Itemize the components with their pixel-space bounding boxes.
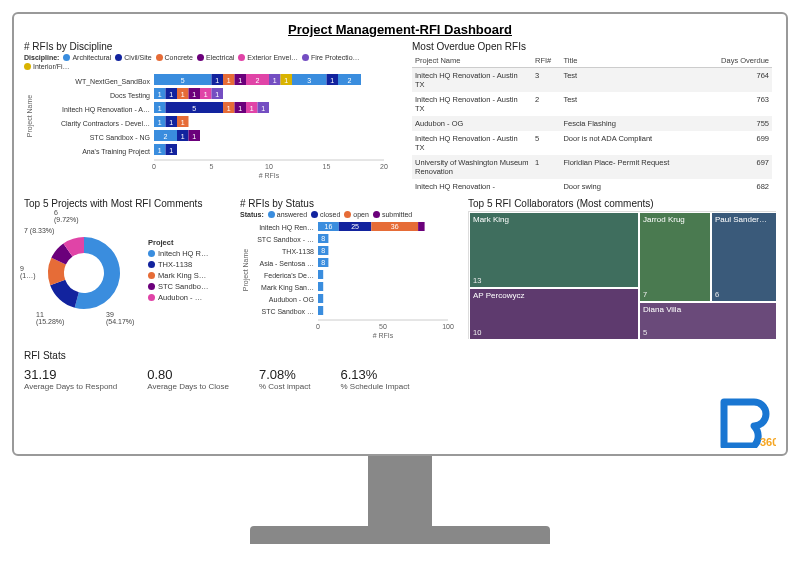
svg-text:25: 25 (351, 223, 359, 230)
svg-text:360: 360 (760, 436, 776, 448)
svg-text:1: 1 (204, 91, 208, 98)
legend-item[interactable]: Electrical (197, 54, 234, 61)
legend-item[interactable]: Exterior Envel… (238, 54, 298, 61)
table-row[interactable]: Initech HQ Renovation - Austin TX2Test76… (412, 92, 772, 116)
legend-item[interactable]: answered (268, 211, 307, 218)
svg-text:1: 1 (181, 133, 185, 140)
legend-swatch (238, 54, 245, 61)
stat-item: 0.80Average Days to Close (147, 367, 229, 391)
svg-text:Mark King San…: Mark King San… (261, 284, 314, 292)
svg-text:1: 1 (181, 91, 185, 98)
stat-item: 6.13%% Schedule Impact (341, 367, 410, 391)
svg-text:1: 1 (158, 105, 162, 112)
svg-text:1: 1 (169, 147, 173, 154)
legend-swatch (302, 54, 309, 61)
donut-callout: 7 (8.33%) (24, 227, 54, 234)
svg-text:1: 1 (215, 77, 219, 84)
table-row[interactable]: Initech HQ Renovation - Austin TX5Door i… (412, 131, 772, 155)
legend-swatch (268, 211, 275, 218)
legend-item[interactable]: Initech HQ R… (148, 249, 208, 258)
table-header[interactable]: RFI# (532, 54, 560, 68)
svg-text:3: 3 (307, 77, 311, 84)
svg-text:1: 1 (169, 91, 173, 98)
top5-collaborators-treemap[interactable]: Top 5 RFI Collaborators (Most comments) … (468, 198, 776, 344)
stats-title: RFI Stats (24, 350, 776, 361)
svg-text:# RFIs: # RFIs (259, 172, 280, 179)
discipline-bar-svg: WT_NextGen_SandBox5111211312Docs Testing… (24, 72, 404, 182)
svg-text:1: 1 (181, 119, 185, 126)
most-overdue-rfis-table[interactable]: Most Overdue Open RFIs Project NameRFI#T… (412, 41, 772, 194)
stat-item: 7.08%% Cost impact (259, 367, 311, 391)
donut-callout: 39 (54.17%) (106, 311, 134, 325)
svg-text:1: 1 (192, 91, 196, 98)
svg-text:8: 8 (321, 259, 325, 266)
svg-text:0: 0 (316, 323, 320, 330)
table-header[interactable]: Title (560, 54, 703, 68)
svg-text:8: 8 (321, 235, 325, 242)
legend-item[interactable]: open (344, 211, 369, 218)
svg-text:1: 1 (261, 105, 265, 112)
table-row[interactable]: Audubon - OGFescia Flashing755 (412, 116, 772, 131)
svg-text:5: 5 (210, 163, 214, 170)
legend-item[interactable]: submitted (373, 211, 412, 218)
legend-swatch (156, 54, 163, 61)
svg-text:2: 2 (348, 77, 352, 84)
svg-text:Ana's Training Project: Ana's Training Project (82, 148, 150, 156)
legend-swatch (311, 211, 318, 218)
svg-text:1: 1 (250, 105, 254, 112)
monitor-stand-base (250, 526, 550, 544)
status-bar-svg: Initech HQ Ren…162536STC Sandbox - …8THX… (240, 220, 460, 340)
donut-callout: 9 (1…) (20, 265, 36, 279)
svg-text:Project Name: Project Name (26, 95, 34, 138)
legend-item[interactable]: Interior/Fi… (24, 63, 70, 70)
svg-text:15: 15 (323, 163, 331, 170)
svg-text:Federica's De…: Federica's De… (264, 272, 314, 279)
svg-text:WT_NextGen_SandBox: WT_NextGen_SandBox (75, 78, 150, 86)
legend-swatch (344, 211, 351, 218)
status-legend: Status: answeredclosedopensubmitted (240, 211, 460, 218)
svg-rect-92 (318, 270, 323, 279)
table-row[interactable]: University of Washington Museum Renovati… (412, 155, 772, 179)
top5-projects-donut[interactable]: Top 5 Projects with Most RFI Comments 39… (24, 198, 232, 344)
svg-text:1: 1 (284, 77, 288, 84)
table-row[interactable]: Initech HQ Renovation -Door swing682 (412, 179, 772, 194)
svg-rect-81 (418, 222, 425, 231)
legend-item[interactable]: Mark King S… (148, 271, 208, 280)
svg-text:1: 1 (192, 133, 196, 140)
legend-item[interactable]: Civil/Site (115, 54, 151, 61)
legend-swatch (373, 211, 380, 218)
svg-text:0: 0 (152, 163, 156, 170)
svg-text:Audubon - OG: Audubon - OG (269, 296, 314, 303)
legend-item[interactable]: STC Sandbo… (148, 282, 208, 291)
svg-text:8: 8 (321, 247, 325, 254)
legend-item[interactable]: Architectural (63, 54, 111, 61)
table-header[interactable]: Days Overdue (703, 54, 772, 68)
svg-rect-96 (318, 294, 323, 303)
svg-text:20: 20 (380, 163, 388, 170)
dashboard-screen: Project Management-RFI Dashboard # RFIs … (12, 12, 788, 456)
bim360-logo: 360 (716, 396, 776, 448)
rfis-by-status-chart[interactable]: # RFIs by Status Status: answeredclosedo… (240, 198, 460, 344)
svg-text:1: 1 (158, 147, 162, 154)
legend-item[interactable]: Audubon - … (148, 293, 208, 302)
table-row[interactable]: Initech HQ Renovation - Austin TX3Test76… (412, 68, 772, 93)
legend-item[interactable]: THX-1138 (148, 260, 208, 269)
table-header[interactable]: Project Name (412, 54, 532, 68)
legend-swatch (197, 54, 204, 61)
legend-item[interactable]: Concrete (156, 54, 193, 61)
overdue-table: Project NameRFI#TitleDays Overdue Initec… (412, 54, 772, 194)
rfis-by-discipline-chart[interactable]: # RFIs by Discipline Discipline: Archite… (24, 41, 404, 194)
legend-item[interactable]: closed (311, 211, 340, 218)
svg-text:1: 1 (158, 91, 162, 98)
svg-text:1: 1 (273, 77, 277, 84)
chart-title: # RFIs by Discipline (24, 41, 404, 52)
legend-item[interactable]: Fire Protectio… (302, 54, 360, 61)
svg-text:1: 1 (238, 105, 242, 112)
svg-text:16: 16 (325, 223, 333, 230)
monitor-stand-neck (368, 456, 432, 528)
legend-swatch (24, 63, 31, 70)
svg-text:1: 1 (330, 77, 334, 84)
svg-text:2: 2 (164, 133, 168, 140)
rfi-stats-panel: RFI Stats 31.19Average Days to Respond0.… (24, 350, 776, 391)
stat-item: 31.19Average Days to Respond (24, 367, 117, 391)
